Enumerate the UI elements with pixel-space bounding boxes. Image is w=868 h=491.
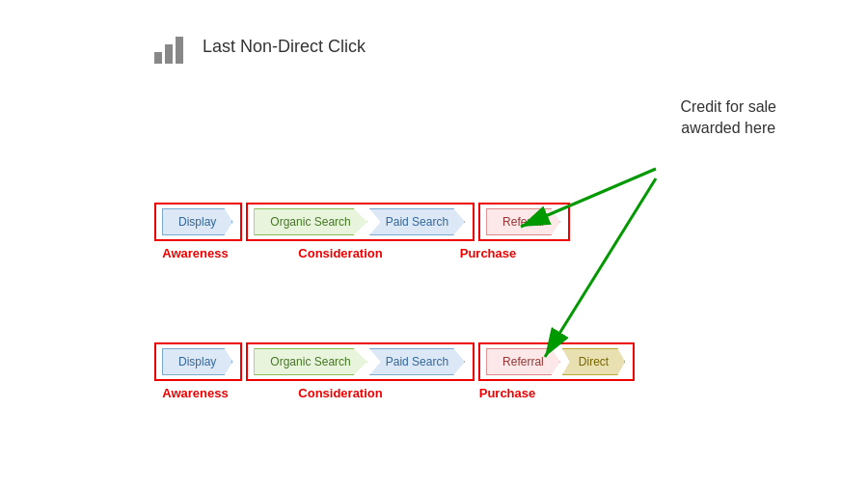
awareness-group-1: Display bbox=[154, 203, 242, 241]
consideration-group-1: Organic Search Paid Search bbox=[246, 203, 475, 241]
chip-referral-2: Referral bbox=[486, 348, 560, 375]
funnel-row-2: Display Organic Search Paid Search Refer… bbox=[154, 342, 638, 381]
consideration-group-2: Organic Search Paid Search bbox=[246, 342, 475, 381]
awareness-group-2: Display bbox=[154, 342, 242, 381]
header: Last Non-Direct Click bbox=[0, 0, 868, 64]
chip-referral-1: Referral bbox=[486, 208, 560, 235]
stage-labels-2: Awareness Consideration Purchase bbox=[154, 386, 570, 400]
page-title: Last Non-Direct Click bbox=[203, 37, 366, 57]
label-consideration-1: Consideration bbox=[244, 246, 437, 260]
label-awareness-1: Awareness bbox=[154, 246, 236, 260]
chip-organic-2: Organic Search bbox=[254, 348, 366, 375]
credit-label: Credit for sale awarded here bbox=[680, 96, 776, 140]
chip-organic-1: Organic Search bbox=[254, 208, 366, 235]
label-purchase-2: Purchase bbox=[445, 386, 570, 400]
funnel-row-1: Display Organic Search Paid Search Refer… bbox=[154, 203, 574, 241]
label-purchase-1: Purchase bbox=[445, 246, 531, 260]
purchase-group-1: Referral bbox=[478, 203, 570, 241]
chip-paid-2: Paid Search bbox=[369, 348, 465, 375]
purchase-group-2: Referral Direct bbox=[478, 342, 635, 381]
chip-display-2: Display bbox=[162, 348, 232, 375]
label-consideration-2: Consideration bbox=[244, 386, 437, 400]
label-awareness-2: Awareness bbox=[154, 386, 236, 400]
chip-paid-1: Paid Search bbox=[369, 208, 465, 235]
chip-direct-2: Direct bbox=[562, 348, 625, 375]
stage-labels-1: Awareness Consideration Purchase bbox=[154, 246, 531, 260]
chart-icon bbox=[154, 29, 193, 64]
chip-display-1: Display bbox=[162, 208, 232, 235]
